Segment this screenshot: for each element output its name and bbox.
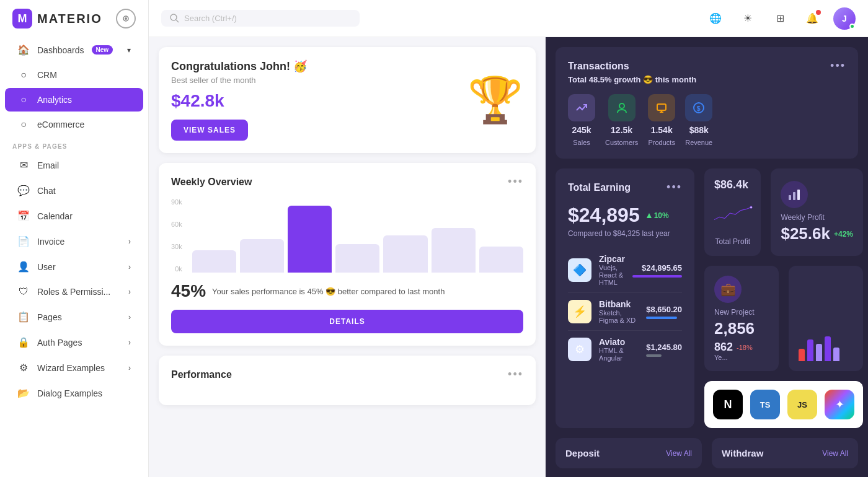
sidebar-item-dialog[interactable]: 📂 Dialog Examples <box>5 381 143 405</box>
sidebar-item-label: User <box>37 262 56 272</box>
sidebar-item-dashboards[interactable]: 🏠 Dashboards New ▾ <box>5 38 143 62</box>
weekly-menu-button[interactable]: ••• <box>508 175 523 188</box>
deposit-view-all[interactable]: View All <box>666 449 692 458</box>
search-box[interactable]: Search (Ctrl+/) <box>161 10 360 27</box>
chart-y-labels: 90k 60k 30k 0k <box>171 198 182 273</box>
mini-bar-item <box>825 336 831 361</box>
javascript-logo: JS <box>787 390 817 419</box>
sidebar-item-label: CRM <box>37 70 57 80</box>
record-button[interactable] <box>116 9 136 28</box>
trans-period: this month <box>653 75 696 84</box>
sidebar-item-chat[interactable]: 💬 Chat <box>5 178 143 203</box>
earning-title: Total Earning <box>568 182 631 193</box>
logo-icon: M <box>12 9 32 28</box>
earn-item-aviato: ⚙ Aviato HTML & Angular $1,245.80 <box>568 331 682 368</box>
sidebar-item-user[interactable]: 👤 User › <box>5 255 143 279</box>
np-sub-amount: 862 <box>714 341 733 354</box>
new-project-card: 💼 New Project 2,856 862 -18% Ye... <box>704 266 779 371</box>
y-label: 60k <box>171 221 182 228</box>
earn-amount-bitbank: $8,650.20 <box>646 305 682 319</box>
view-sales-button[interactable]: VIEW SALES <box>171 120 248 141</box>
sidebar-item-analytics[interactable]: ○ Analytics <box>5 88 143 112</box>
online-dot <box>849 24 855 29</box>
performance-header: Performance ••• <box>171 368 523 381</box>
transactions-subtitle: Total 48.5% growth 😎 this month <box>568 75 846 84</box>
details-button[interactable]: DETAILS <box>171 310 523 333</box>
sidebar-item-label: Email <box>37 160 59 170</box>
svg-rect-14 <box>797 190 800 200</box>
typescript-logo: TS <box>750 390 780 419</box>
customers-label: Customers <box>605 139 638 146</box>
translate-icon[interactable]: 🌐 <box>704 7 727 30</box>
earning-menu[interactable]: ••• <box>666 181 682 194</box>
sidebar-item-crm[interactable]: ○ CRM <box>5 63 143 87</box>
y-label: 0k <box>171 265 182 273</box>
congrats-title: Congratulations John! 🥳 <box>171 59 467 73</box>
bitbank-logo: ⚡ <box>568 300 591 323</box>
products-icon-box <box>648 94 675 121</box>
deposit-title: Deposit <box>565 448 600 458</box>
tech-logos-card: N TS JS ✦ <box>704 381 863 428</box>
weekly-profit-row: $25.6k +42% <box>781 224 853 243</box>
sidebar-item-invoice[interactable]: 📄 Invoice › <box>5 229 143 253</box>
aviato-logo: ⚙ <box>568 338 591 361</box>
bar-chart-icon <box>787 188 801 201</box>
avatar[interactable]: J <box>833 7 856 30</box>
earn-sub: Vuejs, React & HTML <box>599 264 625 286</box>
monitor-icon <box>655 102 668 114</box>
earn-item-zipcar: 🔷 Zipcar Vuejs, React & HTML $24,895.65 <box>568 248 682 293</box>
progress-bar-aviato <box>646 354 662 357</box>
progress-bar-bitbank <box>646 317 677 319</box>
sidebar-item-ecommerce[interactable]: ○ eCommerce <box>5 113 143 136</box>
performance-card: Performance ••• <box>159 356 536 405</box>
earning-amount-row: $24,895 10% <box>568 204 682 227</box>
bar-item <box>432 228 476 273</box>
np-sub-row: 862 -18% <box>714 341 769 354</box>
performance-percentage: 45% <box>171 281 206 301</box>
section-label-apps: APPS & PAGES <box>0 137 148 152</box>
search-placeholder: Search (Ctrl+/) <box>184 14 237 23</box>
sidebar-item-label: Wizard Examples <box>37 363 105 373</box>
earn-info-bitbank: Bitbank Sketch, Figma & XD <box>599 299 639 324</box>
bar-item <box>479 247 523 273</box>
mini-bar-item <box>807 339 813 361</box>
svg-point-4 <box>619 103 624 108</box>
sidebar-item-email[interactable]: ✉ Email <box>5 153 143 177</box>
sales-value: 245k <box>572 125 591 135</box>
sidebar-item-calendar[interactable]: 📅 Calendar <box>5 204 143 228</box>
right-sub-cards: $86.4k Total Profit We <box>704 168 863 428</box>
theme-icon[interactable]: ☀ <box>737 7 759 30</box>
search-icon <box>170 14 179 23</box>
transactions-menu[interactable]: ••• <box>830 59 846 72</box>
profit-amount: $86.4k <box>714 178 751 191</box>
pages-icon: 📋 <box>17 311 30 323</box>
calendar-icon: 📅 <box>17 210 30 222</box>
products-label: Products <box>648 139 675 146</box>
svg-rect-13 <box>793 192 795 200</box>
np-amount-value: 2,856 <box>714 319 755 338</box>
total-earning-card: Total Earning ••• $24,895 10% Compared t… <box>556 168 694 428</box>
deposit-withdraw-row: Deposit View All Withdraw View All <box>556 438 858 468</box>
briefcase-icon-box: 💼 <box>714 276 742 303</box>
shield-icon: 🛡 <box>17 286 30 297</box>
svg-point-2 <box>170 14 177 20</box>
svg-point-11 <box>750 206 752 208</box>
grid-icon[interactable]: ⊞ <box>769 7 791 30</box>
transactions-card: Transactions ••• Total 48.5% growth 😎 th… <box>556 47 858 159</box>
sales-icon-box <box>568 94 595 121</box>
svg-rect-12 <box>789 195 791 200</box>
sidebar-item-pages[interactable]: 📋 Pages › <box>5 305 143 329</box>
deposit-header: Deposit View All <box>565 448 692 458</box>
withdraw-title: Withdraw <box>722 448 763 458</box>
svg-text:$: $ <box>697 105 701 112</box>
sidebar-item-roles[interactable]: 🛡 Roles & Permissi... › <box>5 280 143 304</box>
withdraw-view-all[interactable]: View All <box>822 449 848 458</box>
bar-item <box>192 250 236 273</box>
sidebar-item-label: eCommerce <box>37 120 84 129</box>
notification-button[interactable]: 🔔 <box>801 7 823 30</box>
sidebar-item-auth[interactable]: 🔒 Auth Pages › <box>5 330 143 354</box>
revenue-value: $88k <box>689 125 709 135</box>
performance-menu-button[interactable]: ••• <box>508 368 523 381</box>
sidebar-item-wizard[interactable]: ⚙ Wizard Examples › <box>5 356 143 380</box>
earn-sub: HTML & Angular <box>599 347 639 362</box>
